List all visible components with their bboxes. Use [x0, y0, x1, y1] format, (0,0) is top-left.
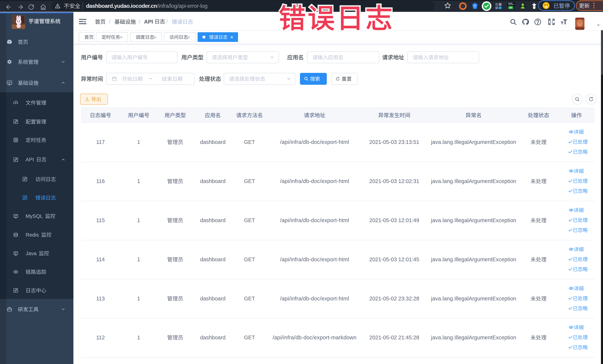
- svg-text:on: on: [509, 6, 512, 9]
